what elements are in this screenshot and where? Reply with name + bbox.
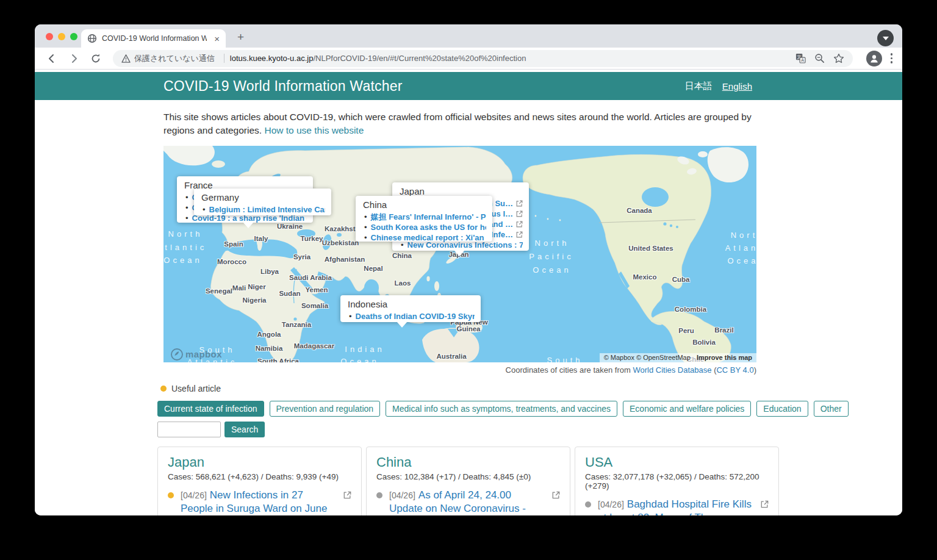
bullet-icon: •: [185, 193, 188, 202]
category-tab-2[interactable]: Medical info such as symptoms, treatment…: [386, 401, 617, 417]
popup-article-item: •Chinese medical report : Xi'an Ho…: [363, 232, 486, 243]
close-window-button[interactable]: [46, 33, 53, 40]
browser-titlebar: COVID-19 World Information W × +: [35, 24, 902, 48]
popup-article-link[interactable]: Belgium : Limited Intensive Care …: [209, 205, 325, 214]
search-row: Search: [157, 422, 902, 437]
map-popup-layer: Japan•in Su…•virus I…•s and …•e Infe…•Ne…: [163, 146, 756, 362]
popup-article-link[interactable]: South Korea asks the US for help :…: [371, 223, 486, 232]
category-tab-3[interactable]: Economic and welfare policies: [623, 401, 751, 417]
new-tab-button[interactable]: +: [237, 31, 244, 44]
category-tab-1[interactable]: Prevention and regulation: [270, 401, 381, 417]
external-link-icon[interactable]: [516, 220, 523, 229]
reload-button[interactable]: [88, 51, 103, 66]
coordinates-note: Coordinates of cities are taken from Wor…: [35, 365, 756, 375]
improve-map-link[interactable]: Improve this map: [697, 354, 752, 361]
browser-tab[interactable]: COVID-19 World Information W ×: [81, 29, 226, 48]
search-input[interactable]: [157, 422, 221, 437]
browser-profile-chevron-button[interactable]: [877, 30, 894, 46]
category-tab-5[interactable]: Other: [814, 401, 849, 417]
cc-by-license-link[interactable]: CC BY 4.0: [716, 365, 753, 375]
security-label[interactable]: 保護されていない通信: [134, 53, 215, 64]
external-link-icon[interactable]: [552, 490, 560, 501]
url-path: /NLPforCOVID-19/en/#t/Current%20state%20…: [313, 54, 788, 63]
search-button[interactable]: Search: [224, 422, 265, 437]
popup-article-item: •South Korea asks the US for help :…: [363, 222, 486, 232]
not-secure-warning-icon: [121, 54, 131, 63]
lang-japanese-link[interactable]: 日本語: [685, 81, 713, 92]
chevron-down-icon: [883, 37, 889, 43]
back-button[interactable]: [45, 51, 59, 66]
osm-attribution-link[interactable]: © OpenStreetMap: [636, 354, 691, 361]
close-tab-icon[interactable]: ×: [214, 34, 220, 43]
browser-window: COVID-19 World Information W × + 保護されていな…: [35, 24, 902, 515]
lang-english-link[interactable]: English: [722, 81, 752, 92]
bullet-icon: •: [364, 223, 367, 232]
bullet-icon: •: [364, 233, 367, 242]
useful-article-label: Useful article: [171, 384, 221, 393]
coords-note-text: Coordinates of cities are taken from: [506, 365, 633, 375]
browser-toolbar: 保護されていない通信 lotus.kuee.kyoto-u.ac.jp /NLP…: [35, 48, 902, 70]
zoom-out-icon[interactable]: [814, 53, 825, 63]
browser-menu-icon[interactable]: [891, 53, 893, 63]
site-title: COVID-19 World Information Watcher: [163, 78, 403, 95]
popup-region-title: China: [363, 199, 486, 210]
mapbox-logo-icon: [171, 348, 183, 361]
article-useful-dot: [168, 492, 174, 498]
country-card-china: China Cases: 102,384 (+17) / Deaths: 4,8…: [366, 447, 570, 515]
external-link-icon[interactable]: [343, 490, 351, 501]
category-tabs: Current state of infectionPrevention and…: [157, 401, 902, 417]
minimize-window-button[interactable]: [58, 33, 65, 40]
mapbox-logo[interactable]: mapbox: [171, 348, 222, 361]
country-stats: Cases: 32,077,178 (+32,065) / Deaths: 57…: [585, 472, 769, 490]
category-tab-4[interactable]: Education: [756, 401, 808, 417]
useful-article-dot-icon: [160, 386, 167, 392]
popup-article-link[interactable]: Deaths of Indian COVID-19 Skyroc…: [356, 312, 475, 321]
article-date: [04/26]: [598, 500, 624, 509]
maximize-window-button[interactable]: [70, 33, 77, 40]
map-popup-indonesia: Indonesia•Deaths of Indian COVID-19 Skyr…: [340, 295, 481, 322]
forward-button[interactable]: [66, 51, 81, 66]
external-link-icon[interactable]: [516, 231, 523, 240]
popup-region-title: Germany: [201, 192, 325, 203]
popup-article-link[interactable]: 媒担 Fears' Infernal Inferno' - Pho…: [371, 212, 486, 221]
url-domain: lotus.kuee.kyoto-u.ac.jp: [230, 54, 314, 63]
article-item: [04/26]New Infections in 27 People in Su…: [168, 489, 351, 515]
popup-article-item: •Belgium : Limited Intensive Care …: [201, 204, 325, 215]
globe-favicon-icon: [87, 34, 97, 43]
country-title: China: [376, 454, 560, 470]
how-to-use-link[interactable]: How to use this website: [264, 125, 364, 135]
mapbox-attribution-link[interactable]: © Mapbox: [604, 354, 634, 361]
external-link-icon[interactable]: [516, 199, 523, 209]
intro-description: This site shows articles about COVID-19,…: [163, 112, 752, 135]
country-card-usa: USA Cases: 32,077,178 (+32,065) / Deaths…: [575, 447, 779, 515]
world-map[interactable]: NorthAtlanticOceanSouthAtlanticIndianOce…: [163, 146, 756, 362]
bullet-icon: •: [349, 312, 352, 321]
article-useful-dot: [585, 501, 591, 508]
country-card-japan: Japan Cases: 568,621 (+4,623) / Deaths: …: [157, 447, 362, 515]
address-divider: [224, 54, 224, 63]
page-content: COVID-19 World Information Watcher 日本語 E…: [35, 70, 902, 515]
article-item: [04/26]Baghdad Hospital Fire Kills at Le…: [585, 498, 769, 515]
country-stats: Cases: 568,621 (+4,623) / Deaths: 9,939 …: [168, 472, 351, 481]
country-title: Japan: [168, 454, 351, 470]
popup-article-item: •Deaths of Indian COVID-19 Skyroc…: [348, 311, 475, 321]
address-bar[interactable]: 保護されていない通信 lotus.kuee.kyoto-u.ac.jp /NLP…: [113, 50, 853, 67]
article-date: [04/26]: [181, 490, 207, 500]
tab-title: COVID-19 World Information W: [102, 34, 207, 43]
world-cities-database-link[interactable]: World Cities Database: [633, 365, 711, 375]
bullet-icon: •: [203, 205, 206, 214]
external-link-icon[interactable]: [516, 210, 523, 219]
bookmark-star-icon[interactable]: [833, 53, 844, 64]
map-attribution: © Mapbox © OpenStreetMap Improve this ma…: [600, 353, 756, 362]
profile-avatar[interactable]: [866, 51, 882, 66]
category-tab-0[interactable]: Current state of infection: [157, 401, 264, 417]
mapbox-wordmark: mapbox: [185, 349, 222, 359]
popup-article-link[interactable]: Chinese medical report : Xi'an Ho…: [371, 233, 486, 242]
article-useful-dot: [376, 492, 382, 498]
popup-article-item: •媒担 Fears' Infernal Inferno' - Pho…: [363, 212, 486, 222]
article-item: [04/26]As of April 24, 24.00 Update on N…: [376, 489, 560, 515]
translate-icon[interactable]: 文 A: [795, 53, 806, 63]
country-title: USA: [585, 454, 769, 470]
external-link-icon[interactable]: [761, 500, 769, 511]
bullet-icon: •: [185, 214, 188, 223]
